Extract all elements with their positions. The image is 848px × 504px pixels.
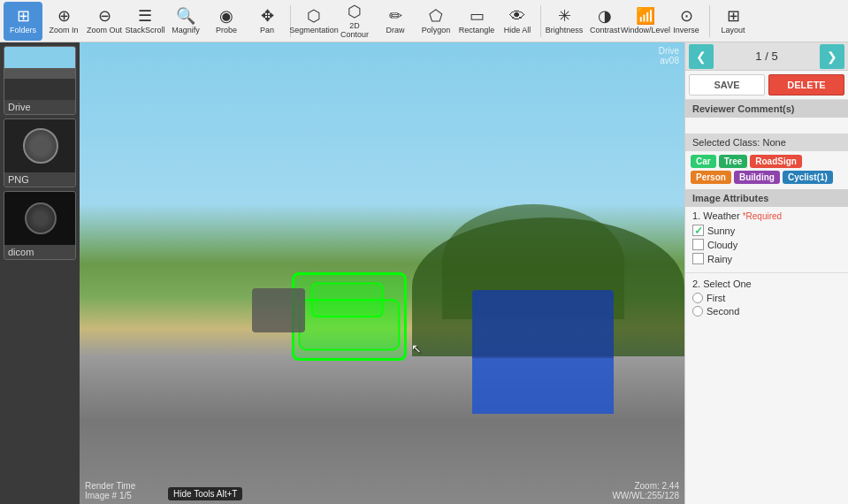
- layout-icon: ⊞: [727, 8, 740, 24]
- tool-rectangle[interactable]: ▭ Rectangle: [457, 2, 496, 41]
- cursor: ↖: [411, 341, 422, 355]
- checkmark-sunny: ✓: [694, 225, 703, 237]
- reviewer-comments-header: Reviewer Comment(s): [685, 100, 848, 118]
- select-first-radio[interactable]: [692, 293, 703, 303]
- nav-counter: 1 / 5: [714, 50, 820, 63]
- sidebar-item-png[interactable]: PNG: [4, 118, 76, 187]
- select-first-label: First: [707, 293, 725, 303]
- blue-car: [472, 290, 614, 414]
- action-buttons: SAVE DELETE: [685, 71, 848, 100]
- attribute-weather-title: 1. Weather *Required: [692, 210, 841, 221]
- tag-cyclist[interactable]: Cyclist(1): [783, 171, 833, 184]
- tag-roadsign[interactable]: RoadSign: [750, 155, 802, 168]
- tool-inverse[interactable]: ⊙ Inverse: [667, 2, 706, 41]
- 2d-contour-icon: ⬡: [348, 4, 362, 19]
- divider-attrs: [685, 272, 848, 273]
- weather-sunny-checkbox[interactable]: ✓: [692, 225, 704, 236]
- weather-cloudy-checkbox[interactable]: [692, 239, 704, 250]
- select-second-label: Second: [707, 306, 739, 317]
- class-tags: Car Tree RoadSign Person Building Cyclis…: [685, 151, 848, 187]
- required-star: *Required: [743, 211, 782, 221]
- nav-bar: ❮ 1 / 5 ❯: [685, 42, 848, 71]
- tool-folders[interactable]: ⊞ Folders: [4, 2, 42, 41]
- segmentation-icon: ⬡: [307, 8, 321, 24]
- sidebar-label-dicom: dicom: [4, 245, 75, 259]
- save-button[interactable]: SAVE: [689, 74, 765, 95]
- tool-hide-all[interactable]: 👁 Hide All: [498, 2, 537, 41]
- pan-icon: ✥: [261, 8, 274, 24]
- zoom-out-icon: ⊖: [98, 8, 111, 24]
- tool-layout[interactable]: ⊞ Layout: [714, 2, 753, 41]
- tool-polygon[interactable]: ⬠ Polygon: [416, 2, 455, 41]
- weather-cloudy-row: Cloudy: [692, 239, 841, 250]
- brightness-icon: ✳: [558, 8, 571, 24]
- sidebar-thumb-drive: [4, 47, 76, 100]
- selected-class-box: Selected Class: None: [685, 134, 848, 151]
- toolbar: ⊞ Folders ⊕ Zoom In ⊖ Zoom Out ☰ StackSc…: [0, 0, 848, 42]
- weather-sunny-label: Sunny: [707, 225, 735, 236]
- draw-icon: ✏: [389, 8, 402, 24]
- tool-magnify[interactable]: 🔍 Magnify: [166, 2, 205, 41]
- tool-segmentation[interactable]: ⬡ Segmentation: [294, 2, 333, 41]
- window-level-icon: 📶: [636, 8, 655, 24]
- divider-2: [540, 5, 541, 37]
- tag-building[interactable]: Building: [734, 171, 780, 184]
- attribute-weather: 1. Weather *Required ✓ Sunny Cloudy Rain…: [685, 207, 848, 271]
- hide-all-icon: 👁: [509, 8, 525, 24]
- distant-car: [252, 288, 305, 332]
- tag-tree[interactable]: Tree: [719, 155, 748, 168]
- probe-icon: ◉: [219, 8, 233, 24]
- divider-3: [709, 5, 710, 37]
- weather-cloudy-label: Cloudy: [707, 240, 737, 250]
- tool-folders-label: Folders: [10, 26, 36, 34]
- folders-icon: ⊞: [17, 8, 30, 24]
- tool-zoom-in[interactable]: ⊕ Zoom In: [44, 2, 83, 41]
- weather-rainy-row: Rainy: [692, 253, 841, 264]
- main-content: Drive PNG dicom: [0, 42, 848, 504]
- hide-tools-badge[interactable]: Hide Tools Alt+T: [168, 487, 242, 500]
- polygon-icon: ⬠: [429, 8, 443, 24]
- select-second-radio[interactable]: [692, 306, 703, 317]
- viewer-info-top-right: Drive av08: [659, 46, 679, 65]
- zoom-in-icon: ⊕: [57, 8, 71, 24]
- viewer[interactable]: ↖ Drive av08 Render Time Image # 1/5 Zoo…: [80, 42, 684, 504]
- rectangle-icon: ▭: [470, 8, 485, 24]
- nav-prev-button[interactable]: ❮: [689, 44, 714, 69]
- tool-probe[interactable]: ◉ Probe: [207, 2, 246, 41]
- sidebar-item-dicom[interactable]: dicom: [4, 191, 76, 260]
- tool-pan[interactable]: ✥ Pan: [248, 2, 286, 41]
- select-first-row: First: [692, 293, 841, 303]
- tag-person[interactable]: Person: [691, 171, 731, 184]
- tool-2d-contour[interactable]: ⬡ 2D Contour: [335, 2, 374, 41]
- attribute-select-one-title: 2. Select One: [692, 279, 841, 289]
- delete-button[interactable]: DELETE: [768, 74, 844, 95]
- weather-rainy-label: Rainy: [707, 254, 732, 264]
- weather-rainy-checkbox[interactable]: [692, 253, 704, 264]
- contrast-icon: ◑: [598, 8, 612, 24]
- sidebar-label-png: PNG: [4, 172, 75, 187]
- select-second-row: Second: [692, 306, 841, 317]
- sidebar-item-drive[interactable]: Drive: [4, 46, 76, 115]
- tool-zoom-out[interactable]: ⊖ Zoom Out: [85, 2, 124, 41]
- annotated-car: [292, 272, 407, 361]
- nav-next-button[interactable]: ❯: [820, 44, 844, 69]
- sidebar-label-drive: Drive: [4, 100, 75, 114]
- tool-stack-scroll[interactable]: ☰ StackScroll: [126, 2, 164, 41]
- viewer-info-bottom-left: Render Time Image # 1/5: [85, 481, 135, 500]
- sidebar-thumb-png: [4, 119, 76, 172]
- tool-draw[interactable]: ✏ Draw: [376, 2, 415, 41]
- sidebar: Drive PNG dicom: [0, 42, 80, 504]
- stack-scroll-icon: ☰: [138, 8, 152, 24]
- image-attributes-header: Image Attributes: [685, 189, 848, 207]
- sidebar-thumb-dicom: [4, 192, 76, 245]
- tool-window-level[interactable]: 📶 Window/Level: [626, 2, 665, 41]
- tool-contrast[interactable]: ◑ Contrast: [585, 2, 624, 41]
- magnify-icon: 🔍: [176, 8, 195, 24]
- tag-car[interactable]: Car: [691, 155, 716, 168]
- attribute-select-one: 2. Select One First Second: [685, 275, 848, 323]
- tool-brightness[interactable]: ✳ Brightness: [545, 2, 584, 41]
- inverse-icon: ⊙: [680, 8, 693, 24]
- right-panel: ❮ 1 / 5 ❯ SAVE DELETE Reviewer Comment(s…: [684, 42, 848, 504]
- viewer-info-bottom-right: Zoom: 2.44 WW/WL:255/128: [612, 481, 679, 500]
- weather-sunny-row: ✓ Sunny: [692, 225, 841, 236]
